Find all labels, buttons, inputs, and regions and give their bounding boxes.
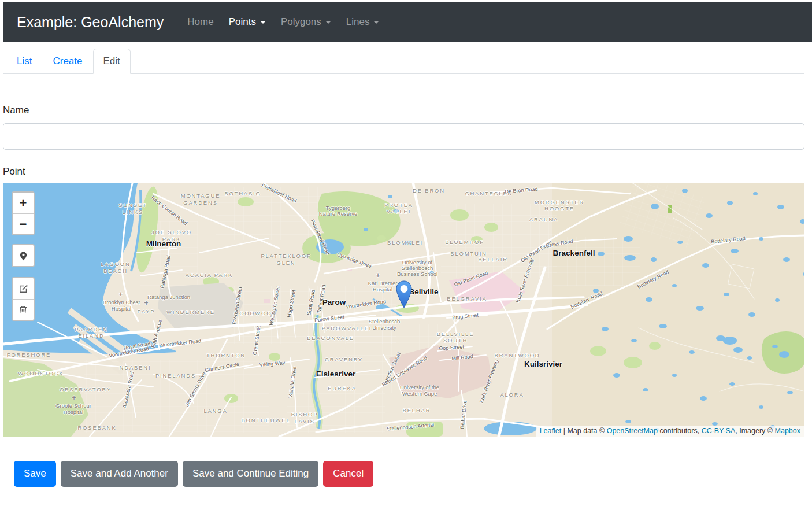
chevron-down-icon <box>325 21 331 24</box>
leaflet-link[interactable]: Leaflet <box>540 427 562 435</box>
chevron-down-icon <box>373 21 379 24</box>
attribution-text: , Imagery © <box>735 427 774 435</box>
name-label: Name <box>3 105 804 116</box>
zoom-out-button[interactable]: − <box>13 213 34 234</box>
attribution-text: Map data © <box>567 427 606 435</box>
divider <box>3 448 804 448</box>
edit-control <box>12 277 35 321</box>
delete-layers-button[interactable] <box>13 299 34 320</box>
map-canvas[interactable]: MilnertonParowBellvilleElsiesriverKuilsr… <box>3 183 804 437</box>
nav-item-polygons[interactable]: Polygons <box>273 12 339 32</box>
nav-item-lines[interactable]: Lines <box>339 12 387 32</box>
trash-icon <box>18 305 28 315</box>
tab-create[interactable]: Create <box>42 49 92 74</box>
map-tiles <box>3 183 804 437</box>
mapbox-link[interactable]: Mapbox <box>775 427 800 435</box>
nav-item-lines-label: Lines <box>346 16 370 28</box>
tab-edit[interactable]: Edit <box>93 49 131 74</box>
view-tabs: List Create Edit <box>3 49 804 74</box>
draw-marker-control <box>12 244 35 267</box>
top-navbar: Example: GeoAlchemy Home Points Polygons… <box>3 2 812 42</box>
name-input[interactable] <box>3 123 804 150</box>
cancel-button[interactable]: Cancel <box>323 461 373 487</box>
zoom-in-button[interactable]: + <box>13 193 34 213</box>
save-button[interactable]: Save <box>14 461 56 487</box>
ccbysa-link[interactable]: CC-BY-SA <box>702 427 736 435</box>
nav-item-home-label: Home <box>187 16 213 28</box>
draw-marker-button[interactable] <box>13 245 34 266</box>
edit-icon <box>18 284 28 294</box>
nav-item-points-label: Points <box>229 16 256 28</box>
save-add-another-button[interactable]: Save and Add Another <box>61 461 178 487</box>
form-actions: Save Save and Add Another Save and Conti… <box>14 461 804 487</box>
map-attribution: Leaflet | Map data © OpenStreetMap contr… <box>536 426 804 437</box>
edit-layers-button[interactable] <box>13 278 34 299</box>
map-marker-pin[interactable] <box>395 280 413 309</box>
point-label: Point <box>3 166 804 178</box>
brand-link[interactable]: Example: GeoAlchemy <box>17 14 164 31</box>
marker-icon <box>18 251 28 261</box>
chevron-down-icon <box>260 21 266 24</box>
nav-item-points[interactable]: Points <box>221 12 273 32</box>
osm-link[interactable]: OpenStreetMap <box>607 427 658 435</box>
save-continue-editing-button[interactable]: Save and Continue Editing <box>183 461 318 487</box>
tab-list[interactable]: List <box>6 49 42 74</box>
attribution-text: contributors, <box>658 427 702 435</box>
zoom-control: + − <box>12 191 35 235</box>
nav-item-polygons-label: Polygons <box>281 16 321 28</box>
attribution-separator: | <box>561 427 567 435</box>
nav-item-home[interactable]: Home <box>180 12 221 32</box>
